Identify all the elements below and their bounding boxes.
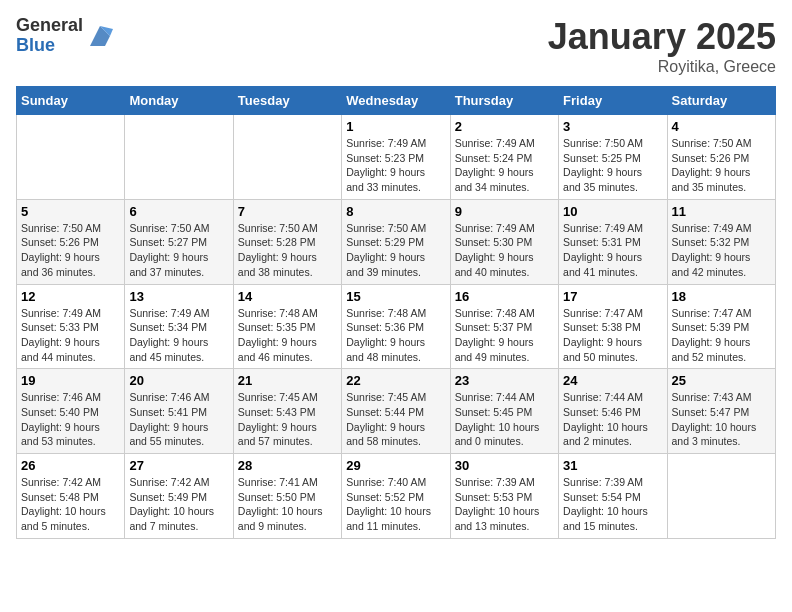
header-day: Thursday: [450, 87, 558, 115]
day-info: Sunrise: 7:49 AM Sunset: 5:31 PM Dayligh…: [563, 221, 662, 280]
day-number: 13: [129, 289, 228, 304]
day-info: Sunrise: 7:49 AM Sunset: 5:33 PM Dayligh…: [21, 306, 120, 365]
day-number: 4: [672, 119, 771, 134]
calendar-header: SundayMondayTuesdayWednesdayThursdayFrid…: [17, 87, 776, 115]
day-number: 18: [672, 289, 771, 304]
day-info: Sunrise: 7:50 AM Sunset: 5:29 PM Dayligh…: [346, 221, 445, 280]
calendar-cell: [125, 115, 233, 200]
calendar-week: 5Sunrise: 7:50 AM Sunset: 5:26 PM Daylig…: [17, 199, 776, 284]
header-day: Wednesday: [342, 87, 450, 115]
calendar-cell: 3Sunrise: 7:50 AM Sunset: 5:25 PM Daylig…: [559, 115, 667, 200]
day-info: Sunrise: 7:49 AM Sunset: 5:24 PM Dayligh…: [455, 136, 554, 195]
month-title: January 2025: [548, 16, 776, 58]
day-number: 24: [563, 373, 662, 388]
calendar-cell: 29Sunrise: 7:40 AM Sunset: 5:52 PM Dayli…: [342, 454, 450, 539]
day-number: 30: [455, 458, 554, 473]
day-number: 3: [563, 119, 662, 134]
calendar-cell: 17Sunrise: 7:47 AM Sunset: 5:38 PM Dayli…: [559, 284, 667, 369]
day-info: Sunrise: 7:49 AM Sunset: 5:32 PM Dayligh…: [672, 221, 771, 280]
header-day: Monday: [125, 87, 233, 115]
header-day: Tuesday: [233, 87, 341, 115]
calendar-body: 1Sunrise: 7:49 AM Sunset: 5:23 PM Daylig…: [17, 115, 776, 539]
day-info: Sunrise: 7:39 AM Sunset: 5:53 PM Dayligh…: [455, 475, 554, 534]
logo-general: General: [16, 16, 83, 36]
calendar-week: 12Sunrise: 7:49 AM Sunset: 5:33 PM Dayli…: [17, 284, 776, 369]
calendar-cell: 1Sunrise: 7:49 AM Sunset: 5:23 PM Daylig…: [342, 115, 450, 200]
day-number: 11: [672, 204, 771, 219]
day-info: Sunrise: 7:39 AM Sunset: 5:54 PM Dayligh…: [563, 475, 662, 534]
day-number: 26: [21, 458, 120, 473]
calendar-cell: 10Sunrise: 7:49 AM Sunset: 5:31 PM Dayli…: [559, 199, 667, 284]
calendar-cell: 12Sunrise: 7:49 AM Sunset: 5:33 PM Dayli…: [17, 284, 125, 369]
day-info: Sunrise: 7:50 AM Sunset: 5:27 PM Dayligh…: [129, 221, 228, 280]
calendar-cell: 8Sunrise: 7:50 AM Sunset: 5:29 PM Daylig…: [342, 199, 450, 284]
day-info: Sunrise: 7:50 AM Sunset: 5:26 PM Dayligh…: [21, 221, 120, 280]
day-number: 8: [346, 204, 445, 219]
day-info: Sunrise: 7:42 AM Sunset: 5:49 PM Dayligh…: [129, 475, 228, 534]
calendar-cell: 15Sunrise: 7:48 AM Sunset: 5:36 PM Dayli…: [342, 284, 450, 369]
day-number: 23: [455, 373, 554, 388]
calendar-cell: 31Sunrise: 7:39 AM Sunset: 5:54 PM Dayli…: [559, 454, 667, 539]
day-info: Sunrise: 7:45 AM Sunset: 5:44 PM Dayligh…: [346, 390, 445, 449]
calendar-cell: 11Sunrise: 7:49 AM Sunset: 5:32 PM Dayli…: [667, 199, 775, 284]
day-info: Sunrise: 7:43 AM Sunset: 5:47 PM Dayligh…: [672, 390, 771, 449]
calendar-cell: 14Sunrise: 7:48 AM Sunset: 5:35 PM Dayli…: [233, 284, 341, 369]
calendar-week: 26Sunrise: 7:42 AM Sunset: 5:48 PM Dayli…: [17, 454, 776, 539]
day-number: 25: [672, 373, 771, 388]
header-day: Saturday: [667, 87, 775, 115]
calendar-cell: 18Sunrise: 7:47 AM Sunset: 5:39 PM Dayli…: [667, 284, 775, 369]
day-number: 16: [455, 289, 554, 304]
day-number: 10: [563, 204, 662, 219]
day-number: 2: [455, 119, 554, 134]
day-info: Sunrise: 7:40 AM Sunset: 5:52 PM Dayligh…: [346, 475, 445, 534]
day-info: Sunrise: 7:48 AM Sunset: 5:36 PM Dayligh…: [346, 306, 445, 365]
day-number: 28: [238, 458, 337, 473]
calendar-table: SundayMondayTuesdayWednesdayThursdayFrid…: [16, 86, 776, 539]
location: Royitika, Greece: [548, 58, 776, 76]
day-number: 21: [238, 373, 337, 388]
header-row: SundayMondayTuesdayWednesdayThursdayFrid…: [17, 87, 776, 115]
calendar-cell: [667, 454, 775, 539]
calendar-cell: 9Sunrise: 7:49 AM Sunset: 5:30 PM Daylig…: [450, 199, 558, 284]
calendar-cell: 4Sunrise: 7:50 AM Sunset: 5:26 PM Daylig…: [667, 115, 775, 200]
day-info: Sunrise: 7:48 AM Sunset: 5:35 PM Dayligh…: [238, 306, 337, 365]
day-info: Sunrise: 7:41 AM Sunset: 5:50 PM Dayligh…: [238, 475, 337, 534]
day-info: Sunrise: 7:50 AM Sunset: 5:28 PM Dayligh…: [238, 221, 337, 280]
calendar-cell: 19Sunrise: 7:46 AM Sunset: 5:40 PM Dayli…: [17, 369, 125, 454]
day-number: 20: [129, 373, 228, 388]
day-info: Sunrise: 7:45 AM Sunset: 5:43 PM Dayligh…: [238, 390, 337, 449]
day-info: Sunrise: 7:50 AM Sunset: 5:26 PM Dayligh…: [672, 136, 771, 195]
calendar-cell: 2Sunrise: 7:49 AM Sunset: 5:24 PM Daylig…: [450, 115, 558, 200]
day-info: Sunrise: 7:50 AM Sunset: 5:25 PM Dayligh…: [563, 136, 662, 195]
calendar-cell: 16Sunrise: 7:48 AM Sunset: 5:37 PM Dayli…: [450, 284, 558, 369]
calendar-cell: 20Sunrise: 7:46 AM Sunset: 5:41 PM Dayli…: [125, 369, 233, 454]
calendar-cell: 30Sunrise: 7:39 AM Sunset: 5:53 PM Dayli…: [450, 454, 558, 539]
title-block: January 2025 Royitika, Greece: [548, 16, 776, 76]
calendar-cell: [233, 115, 341, 200]
calendar-week: 1Sunrise: 7:49 AM Sunset: 5:23 PM Daylig…: [17, 115, 776, 200]
calendar-cell: 22Sunrise: 7:45 AM Sunset: 5:44 PM Dayli…: [342, 369, 450, 454]
calendar-cell: 5Sunrise: 7:50 AM Sunset: 5:26 PM Daylig…: [17, 199, 125, 284]
day-info: Sunrise: 7:49 AM Sunset: 5:30 PM Dayligh…: [455, 221, 554, 280]
logo-text: General Blue: [16, 16, 83, 56]
calendar-cell: 7Sunrise: 7:50 AM Sunset: 5:28 PM Daylig…: [233, 199, 341, 284]
header-day: Sunday: [17, 87, 125, 115]
calendar-cell: 25Sunrise: 7:43 AM Sunset: 5:47 PM Dayli…: [667, 369, 775, 454]
day-number: 5: [21, 204, 120, 219]
logo-icon: [85, 21, 115, 51]
day-number: 27: [129, 458, 228, 473]
calendar-cell: 24Sunrise: 7:44 AM Sunset: 5:46 PM Dayli…: [559, 369, 667, 454]
day-number: 12: [21, 289, 120, 304]
day-number: 22: [346, 373, 445, 388]
day-info: Sunrise: 7:44 AM Sunset: 5:46 PM Dayligh…: [563, 390, 662, 449]
calendar-cell: 23Sunrise: 7:44 AM Sunset: 5:45 PM Dayli…: [450, 369, 558, 454]
day-number: 6: [129, 204, 228, 219]
day-number: 7: [238, 204, 337, 219]
day-number: 17: [563, 289, 662, 304]
day-info: Sunrise: 7:49 AM Sunset: 5:34 PM Dayligh…: [129, 306, 228, 365]
page-header: General Blue January 2025 Royitika, Gree…: [16, 16, 776, 76]
day-number: 31: [563, 458, 662, 473]
day-info: Sunrise: 7:46 AM Sunset: 5:40 PM Dayligh…: [21, 390, 120, 449]
day-info: Sunrise: 7:47 AM Sunset: 5:38 PM Dayligh…: [563, 306, 662, 365]
day-number: 19: [21, 373, 120, 388]
